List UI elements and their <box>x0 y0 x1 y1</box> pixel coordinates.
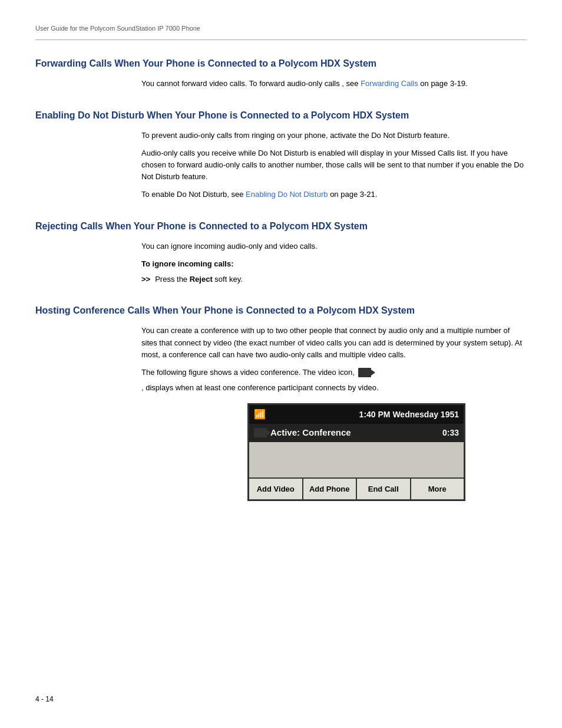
procedure-arrow-1: >> <box>141 274 150 285</box>
section-heading-conference: Hosting Conference Calls When Your Phone… <box>35 304 527 318</box>
dnd-body-1: To prevent audio-only calls from ringing… <box>141 130 527 141</box>
procedure-step-1: >> Press the Reject soft key. <box>141 274 527 285</box>
section-heading-dnd: Enabling Do Not Disturb When Your Phone … <box>35 108 527 123</box>
procedure-label-rejecting: To ignore incoming calls: <box>141 258 527 270</box>
breadcrumb: User Guide for the Polycom SoundStation … <box>35 24 527 34</box>
figure-text-before: The following figure shows a video confe… <box>141 367 355 378</box>
softkey-end-call[interactable]: End Call <box>357 479 411 500</box>
phone-time-display: 1:40 PM Wednesday 1951 <box>359 409 459 421</box>
figure-text-after: , displays when at least one conference … <box>141 382 379 394</box>
forwarding-body: You cannot forward video calls. To forwa… <box>141 78 527 90</box>
phone-status-bar: 📶 1:40 PM Wednesday 1951 <box>249 405 464 424</box>
phone-body <box>249 442 464 477</box>
conference-figure-text: The following figure shows a video confe… <box>141 367 527 394</box>
phone-screen: 📶 1:40 PM Wednesday 1951 Active: Confere… <box>247 403 465 501</box>
phone-active-left: Active: Conference <box>254 426 351 440</box>
dnd-link[interactable]: Enabling Do Not Disturb <box>246 190 328 199</box>
dnd-body-3: To enable Do Not Disturb, see Enabling D… <box>141 189 527 200</box>
section-hosting-conference: Hosting Conference Calls When Your Phone… <box>35 304 527 501</box>
page-number: 4 - 14 <box>35 694 54 704</box>
section-forwarding-calls: Forwarding Calls When Your Phone is Conn… <box>35 57 527 90</box>
forwarding-calls-link[interactable]: Forwarding Calls <box>361 79 418 88</box>
section-heading-rejecting: Rejecting Calls When Your Phone is Conne… <box>35 219 527 233</box>
rejecting-body-1: You can ignore incoming audio-only and v… <box>141 241 527 252</box>
softkey-add-video[interactable]: Add Video <box>249 479 303 500</box>
softkey-add-phone[interactable]: Add Phone <box>303 479 358 500</box>
video-icon <box>358 368 371 377</box>
dnd-body-2: Audio-only calls you receive while Do No… <box>141 147 527 183</box>
softkey-more[interactable]: More <box>411 479 464 500</box>
signal-icon: 📶 <box>254 407 266 421</box>
phone-timer: 0:33 <box>442 427 459 439</box>
phone-status-left: 📶 <box>254 407 266 421</box>
section-body-forwarding: You cannot forward video calls. To forwa… <box>141 78 527 90</box>
section-body-dnd: To prevent audio-only calls from ringing… <box>141 130 527 201</box>
section-heading-forwarding: Forwarding Calls When Your Phone is Conn… <box>35 57 527 71</box>
page-container: User Guide for the Polycom SoundStation … <box>0 0 562 728</box>
section-do-not-disturb: Enabling Do Not Disturb When Your Phone … <box>35 108 527 201</box>
conference-body-1: You can create a conference with up to t… <box>141 325 527 360</box>
header-rule <box>35 39 527 40</box>
phone-active-bar: Active: Conference 0:33 <box>249 424 464 442</box>
section-body-rejecting: You can ignore incoming audio-only and v… <box>141 241 527 285</box>
procedure-step-text-1: Press the Reject soft key. <box>155 274 243 285</box>
section-rejecting-calls: Rejecting Calls When Your Phone is Conne… <box>35 219 527 285</box>
phone-active-label: Active: Conference <box>270 426 351 440</box>
phone-video-icon <box>254 428 267 437</box>
section-body-conference: You can create a conference with up to t… <box>141 325 527 501</box>
phone-softkeys: Add Video Add Phone End Call More <box>249 477 464 500</box>
phone-screen-wrapper: 📶 1:40 PM Wednesday 1951 Active: Confere… <box>247 403 527 501</box>
